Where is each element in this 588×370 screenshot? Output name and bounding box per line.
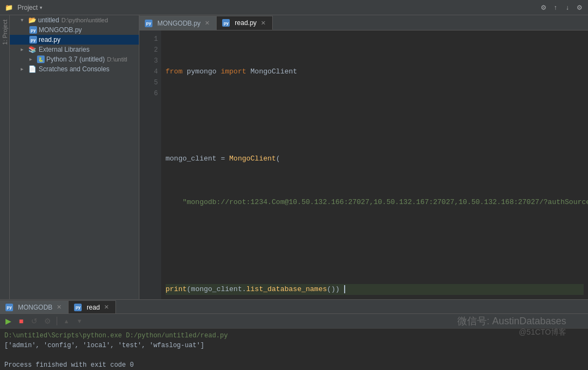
arrow-down-icon[interactable]: ↓ bbox=[563, 3, 572, 12]
run-tab-label: MONGODB bbox=[18, 304, 52, 311]
code-line-5 bbox=[166, 240, 584, 251]
code-line-1: from pymongo import MongoClient bbox=[166, 66, 584, 77]
project-vertical-label[interactable]: 1: Project bbox=[1, 17, 9, 47]
arrow-up-icon[interactable]: ↑ bbox=[551, 3, 560, 12]
sidebar-item-mongodb-py[interactable]: py MONGODB.py bbox=[10, 25, 139, 35]
sidebar-item-python37[interactable]: ▸ 🐍 Python 3.7 (untitled) D:\untitl bbox=[10, 54, 139, 64]
run-panel: py MONGODB ✕ py read ✕ ▶ ■ ↺ ⚙ ▲ ▼ D:\un… bbox=[0, 299, 588, 370]
close-icon[interactable]: ✕ bbox=[103, 304, 110, 311]
editor-tabs: py MONGODB.py ✕ py read.py ✕ bbox=[139, 15, 588, 30]
output-line-1: D:\untitled\Scripts\python.exe D:/python… bbox=[4, 331, 584, 341]
tab-label: read.py bbox=[235, 19, 256, 27]
left-strip: 1: Project bbox=[0, 15, 10, 299]
gear-icon[interactable]: ⚙ bbox=[575, 3, 584, 12]
py-icon: py bbox=[222, 19, 230, 27]
editor-area: py MONGODB.py ✕ py read.py ✕ 1 2 3 4 5 6 bbox=[139, 15, 588, 299]
code-line-2 bbox=[166, 110, 584, 121]
stop-button[interactable]: ■ bbox=[15, 315, 27, 327]
settings-button[interactable]: ⚙ bbox=[41, 315, 53, 327]
run-tab-read[interactable]: py read ✕ bbox=[69, 300, 116, 313]
scroll-down-button[interactable]: ▼ bbox=[74, 315, 85, 327]
output-line-2: ['admin', 'config', 'local', 'test', 'wf… bbox=[4, 341, 584, 350]
rerun-button[interactable]: ↺ bbox=[28, 315, 40, 327]
run-tab-mongodb[interactable]: py MONGODB ✕ bbox=[0, 300, 69, 313]
folder-label: untitled bbox=[38, 16, 59, 24]
run-tabs: py MONGODB ✕ py read ✕ bbox=[0, 300, 588, 314]
external-libs-label: External Libraries bbox=[39, 46, 89, 53]
top-toolbar: 📁 Project ▾ ⚙ ↑ ↓ ⚙ bbox=[0, 0, 588, 15]
file-label: MONGODB.py bbox=[39, 26, 82, 34]
file-label: read.py bbox=[39, 36, 60, 44]
separator bbox=[57, 317, 57, 325]
code-line-3: mongo_client = MongoClient( bbox=[166, 153, 584, 164]
folder-open-icon: 📂 bbox=[28, 16, 36, 24]
expand-arrow: ▾ bbox=[21, 17, 27, 23]
tab-mongodb[interactable]: py MONGODB.py ✕ bbox=[139, 16, 217, 30]
sidebar-item-external-libs[interactable]: ▸ 📚 External Libraries bbox=[10, 45, 139, 54]
play-button[interactable]: ▶ bbox=[2, 315, 14, 327]
project-dropdown[interactable]: Project ▾ bbox=[17, 4, 42, 11]
py-icon: py bbox=[5, 304, 13, 311]
sidebar-item-untitled[interactable]: ▾ 📂 untitled D:\python\untitled bbox=[10, 15, 139, 25]
line-numbers: 1 2 3 4 5 6 bbox=[139, 30, 161, 299]
code-line-4: "mongodb://root:1234.Com@10.50.132.166:2… bbox=[166, 197, 584, 208]
tab-label: MONGODB.py bbox=[157, 20, 200, 27]
code-editor[interactable]: 1 2 3 4 5 6 from pymongo import MongoCli… bbox=[139, 30, 588, 299]
sidebar-item-read-py[interactable]: py read.py bbox=[10, 35, 139, 45]
settings-icon[interactable]: ⚙ bbox=[539, 3, 548, 12]
chevron-down-icon: ▾ bbox=[40, 5, 42, 10]
python-file-icon: py bbox=[29, 36, 37, 44]
tab-read[interactable]: py read.py ✕ bbox=[217, 16, 273, 30]
sidebar: ▾ 📂 untitled D:\python\untitled py MONGO… bbox=[10, 15, 139, 299]
main-area: 1: Project ▾ 📂 untitled D:\python\untitl… bbox=[0, 15, 588, 299]
scratch-icon: 📄 bbox=[28, 65, 36, 73]
close-icon[interactable]: ✕ bbox=[260, 20, 267, 27]
python-file-icon: py bbox=[29, 26, 37, 34]
expand-arrow: ▸ bbox=[21, 66, 27, 72]
project-label: Project bbox=[17, 4, 38, 11]
code-content[interactable]: from pymongo import MongoClient mongo_cl… bbox=[161, 30, 588, 299]
scroll-up-button[interactable]: ▲ bbox=[60, 315, 72, 327]
expand-arrow: ▸ bbox=[21, 46, 27, 53]
sidebar-item-scratches[interactable]: ▸ 📄 Scratches and Consoles bbox=[10, 64, 139, 74]
folder-icon: 📁 bbox=[4, 3, 13, 12]
close-icon[interactable]: ✕ bbox=[204, 20, 211, 27]
output-line-3 bbox=[4, 350, 584, 360]
expand-arrow: ▸ bbox=[29, 56, 36, 63]
folder-path: D:\python\untitled bbox=[62, 17, 108, 23]
output-line-4: Process finished with exit code 0 bbox=[4, 360, 584, 370]
run-tab-label: read bbox=[87, 304, 100, 311]
close-icon[interactable]: ✕ bbox=[56, 304, 63, 311]
python-env-path: D:\untitl bbox=[107, 56, 127, 63]
python-env-label: Python 3.7 (untitled) bbox=[46, 55, 105, 63]
py-icon: py bbox=[145, 20, 152, 27]
lib-icon: 📚 bbox=[28, 46, 36, 53]
code-line-6: print(mongo_client.list_database_names()… bbox=[166, 284, 584, 295]
py-icon: py bbox=[74, 304, 82, 311]
scratches-label: Scratches and Consoles bbox=[39, 65, 109, 73]
toolbar-right: ⚙ ↑ ↓ ⚙ bbox=[539, 3, 584, 12]
python-env-icon: 🐍 bbox=[37, 55, 45, 63]
run-output: D:\untitled\Scripts\python.exe D:/python… bbox=[0, 329, 588, 370]
run-toolbar: ▶ ■ ↺ ⚙ ▲ ▼ bbox=[0, 314, 588, 329]
